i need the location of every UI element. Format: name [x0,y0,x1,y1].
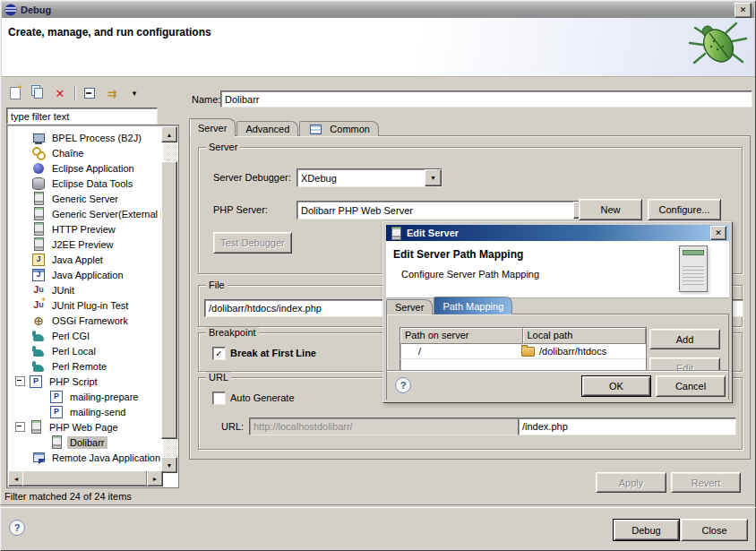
column-path-on-server[interactable]: Path on server [400,328,523,344]
tree-item[interactable]: Perl CGI [8,328,162,343]
tree-item-label: Generic Server(External La [49,208,174,220]
tree-item-label: Eclipse Application [49,162,137,175]
window-title: Debug [21,4,51,15]
window-titlebar[interactable]: Debug ✕ [2,2,754,18]
close-button[interactable]: Close [681,519,748,541]
tree-item[interactable]: PHP Web Page [8,419,162,435]
tree-item[interactable]: BPEL Process (B2J) [8,130,162,145]
tree-item[interactable]: JJava Applet [8,252,162,267]
tree-item[interactable]: Perl Remote [8,358,162,374]
php-server-value: Dolibarr PHP Web Server [301,205,413,216]
bug-icon [686,20,749,72]
server-debugger-label: Server Debugger: [213,172,291,183]
debug-button[interactable]: Debug [613,519,680,541]
table-row[interactable]: / /dolibarr/htdocs [400,344,646,359]
configurations-tree: BPEL Process (B2J) Chaîne Eclipse Applic… [6,125,179,488]
horizontal-scrollbar-thumb[interactable] [22,470,148,486]
collapse-expander-icon[interactable] [15,422,25,432]
tree-item[interactable]: Generic Server [8,191,162,206]
url-group-legend: URL [206,372,231,383]
php-server-select[interactable]: Dolibarr PHP Web Server ▼ [296,201,591,220]
scroll-up-icon[interactable]: ▲ [161,126,177,142]
revert-button[interactable]: Revert [671,472,741,493]
cancel-button[interactable]: Cancel [656,375,726,397]
column-local-path[interactable]: Local path [523,328,647,344]
new-configuration-icon[interactable]: ✦ [7,85,23,101]
delete-configuration-icon[interactable]: ✕ [52,85,68,101]
tree-item[interactable]: Chaîne [8,145,162,160]
scroll-right-icon[interactable]: ► [147,470,163,486]
filter-input[interactable]: type filter text [6,108,158,125]
tree-item-label: mailing-send [67,406,128,418]
tree-item[interactable]: Eclipse Data Tools [8,176,162,191]
java-applet-icon: J [31,254,46,266]
collapse-expander-icon[interactable] [15,376,25,386]
duplicate-configuration-icon[interactable] [30,85,46,101]
table-icon [308,123,322,135]
configure-button[interactable]: Configure... [648,199,721,220]
perl-icon [31,345,46,357]
tab-label: Server [198,123,227,133]
tree-item[interactable]: Ju✦JUnit Plug-in Test [8,297,162,313]
tree-item-label: OSGi Framework [49,314,131,327]
name-label: Name: [192,94,220,105]
tree-item[interactable]: Remote Java Application [8,450,162,465]
local-path-cell: /dolibarr/htdocs [521,346,642,357]
configurations-toolbar: ✦ ✕ ⇉ ▾ [7,83,142,103]
url-base-text: http://localhostdolibarr/ [253,421,353,432]
server-icon [31,208,46,220]
tree-item[interactable]: Pmailing-send [8,404,162,419]
check-icon: ✓ [215,349,222,358]
tab-advanced[interactable]: Advanced [236,121,298,136]
java-application-icon: J [31,269,46,281]
table-header: Path on server Local path [400,328,646,344]
ok-button[interactable]: OK [581,375,651,397]
close-icon[interactable]: ✕ [735,3,752,18]
auto-generate-checkbox[interactable] [212,392,226,405]
edit-server-dialog: Edit Server ✕ Edit Server Path Mapping C… [382,221,733,403]
scroll-down-icon[interactable]: ▼ [161,457,177,473]
url-path-input[interactable]: /index.php [518,418,736,435]
new-server-button[interactable]: New [579,199,642,220]
tree-item[interactable]: JJava Application [8,267,162,282]
close-icon[interactable]: ✕ [710,226,726,240]
url-base-input[interactable]: http://localhostdolibarr/ [249,418,521,435]
name-input[interactable]: Dolibarr [220,90,752,108]
filter-status-text: Filter matched 24 of 24 items [4,491,132,502]
add-button[interactable]: Add [649,329,720,349]
vertical-scrollbar-thumb[interactable] [161,161,177,439]
collapse-all-icon[interactable] [82,85,98,101]
tree-item[interactable]: J2EE Preview [8,237,162,252]
debug-configurations-window: Debug ✕ Create, manage, and run configur… [0,0,756,551]
tree-item[interactable]: ⊕OSGi Framework [8,313,162,328]
tree-item-label: Java Applet [49,254,106,266]
tree-item-label: Java Application [49,269,126,281]
apply-button[interactable]: Apply [596,472,666,493]
help-icon[interactable]: ? [9,520,25,536]
break-first-line-checkbox[interactable]: ✓ [212,347,226,360]
tree-item[interactable]: JuJUnit [8,282,162,297]
tab-path-mapping[interactable]: Path Mapping [434,297,512,314]
tab-server[interactable]: Server [189,118,236,136]
help-icon[interactable]: ? [395,377,411,393]
tree-item[interactable]: Generic Server(External La [8,206,162,221]
server-icon [49,436,64,449]
server-debugger-select[interactable]: XDebug ▼ [296,168,442,187]
dialog-titlebar[interactable]: Edit Server ✕ [386,225,729,241]
chevron-down-icon[interactable]: ▼ [425,169,442,186]
tree-item[interactable]: Eclipse Application [8,160,162,176]
tree-item-label: Eclipse Data Tools [49,177,135,190]
php-icon: P [49,406,64,418]
toolbar-menu-arrow-icon[interactable]: ▾ [126,85,142,101]
test-debugger-button[interactable]: Test Debugger [213,232,292,254]
osgi-icon: ⊕ [31,314,46,327]
tree-item[interactable]: PPHP Script [8,374,162,389]
tree-item-label: JUnit [49,284,77,297]
tree-item[interactable]: Perl Local [8,343,162,358]
filter-icon[interactable]: ⇉ [104,85,120,101]
tree-item-selected[interactable]: Dolibarr [8,435,162,450]
tree-item[interactable]: HTTP Preview [8,221,162,237]
tab-server[interactable]: Server [386,299,433,314]
tree-item[interactable]: Pmailing-prepare [8,389,162,404]
tab-common[interactable]: Common [299,121,379,136]
